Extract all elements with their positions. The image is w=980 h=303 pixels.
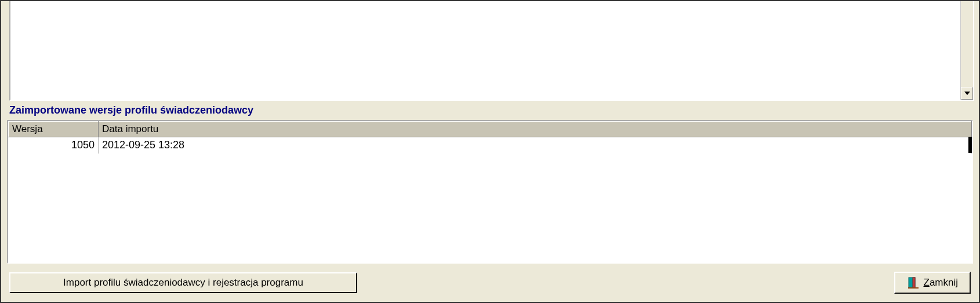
row-indicator	[968, 137, 972, 153]
profile-versions-table: Wersja Data importu 1050 2012-09-25 13:2…	[8, 121, 972, 154]
vertical-scrollbar[interactable]	[960, 1, 973, 100]
scroll-down-button[interactable]	[961, 87, 973, 100]
svg-rect-1	[913, 278, 915, 288]
table-row[interactable]: 1050 2012-09-25 13:28	[9, 137, 972, 154]
import-profile-button[interactable]: Import profilu świadczeniodawcy i rejest…	[9, 272, 357, 293]
cell-version: 1050	[9, 137, 99, 154]
close-button[interactable]: Zamknij	[894, 272, 971, 294]
profile-versions-table-panel: Wersja Data importu 1050 2012-09-25 13:2…	[7, 120, 973, 264]
close-button-label: Zamknij	[923, 277, 958, 289]
upper-text-panel	[9, 1, 974, 101]
dialog-window: Zaimportowane wersje profilu świadczenio…	[0, 0, 980, 303]
section-title: Zaimportowane wersje profilu świadczenio…	[1, 101, 979, 120]
column-header-import-date[interactable]: Data importu	[99, 122, 972, 137]
svg-rect-2	[908, 287, 919, 289]
table-header-row: Wersja Data importu	[9, 122, 972, 137]
cell-import-date: 2012-09-25 13:28	[99, 137, 972, 154]
door-exit-icon	[907, 276, 920, 289]
import-button-label: Import profilu świadczeniodawcy i rejest…	[63, 277, 303, 289]
column-header-version[interactable]: Wersja	[9, 122, 99, 137]
button-bar: Import profilu świadczeniodawcy i rejest…	[1, 264, 979, 302]
